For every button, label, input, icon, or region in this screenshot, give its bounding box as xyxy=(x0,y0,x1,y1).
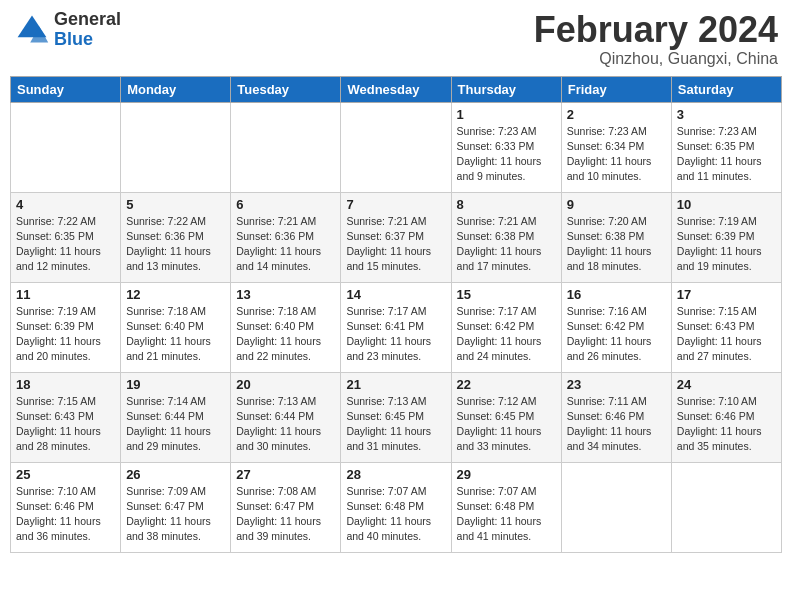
day-info: Sunrise: 7:13 AM Sunset: 6:44 PM Dayligh… xyxy=(236,394,335,455)
calendar-cell: 10Sunrise: 7:19 AM Sunset: 6:39 PM Dayli… xyxy=(671,192,781,282)
logo-general-text: General xyxy=(54,10,121,30)
day-number: 19 xyxy=(126,377,225,392)
day-info: Sunrise: 7:17 AM Sunset: 6:41 PM Dayligh… xyxy=(346,304,445,365)
day-number: 2 xyxy=(567,107,666,122)
header-friday: Friday xyxy=(561,76,671,102)
logo-text: General Blue xyxy=(54,10,121,50)
day-info: Sunrise: 7:07 AM Sunset: 6:48 PM Dayligh… xyxy=(457,484,556,545)
calendar-cell xyxy=(231,102,341,192)
calendar-cell: 15Sunrise: 7:17 AM Sunset: 6:42 PM Dayli… xyxy=(451,282,561,372)
calendar-cell: 28Sunrise: 7:07 AM Sunset: 6:48 PM Dayli… xyxy=(341,462,451,552)
day-number: 4 xyxy=(16,197,115,212)
calendar-cell: 6Sunrise: 7:21 AM Sunset: 6:36 PM Daylig… xyxy=(231,192,341,282)
header-sunday: Sunday xyxy=(11,76,121,102)
location-subtitle: Qinzhou, Guangxi, China xyxy=(534,50,778,68)
day-info: Sunrise: 7:17 AM Sunset: 6:42 PM Dayligh… xyxy=(457,304,556,365)
day-info: Sunrise: 7:19 AM Sunset: 6:39 PM Dayligh… xyxy=(677,214,776,275)
day-number: 18 xyxy=(16,377,115,392)
day-info: Sunrise: 7:16 AM Sunset: 6:42 PM Dayligh… xyxy=(567,304,666,365)
calendar-cell: 21Sunrise: 7:13 AM Sunset: 6:45 PM Dayli… xyxy=(341,372,451,462)
day-number: 9 xyxy=(567,197,666,212)
day-info: Sunrise: 7:21 AM Sunset: 6:36 PM Dayligh… xyxy=(236,214,335,275)
calendar-cell: 20Sunrise: 7:13 AM Sunset: 6:44 PM Dayli… xyxy=(231,372,341,462)
calendar-week-row: 18Sunrise: 7:15 AM Sunset: 6:43 PM Dayli… xyxy=(11,372,782,462)
calendar-cell: 16Sunrise: 7:16 AM Sunset: 6:42 PM Dayli… xyxy=(561,282,671,372)
day-info: Sunrise: 7:21 AM Sunset: 6:37 PM Dayligh… xyxy=(346,214,445,275)
day-number: 1 xyxy=(457,107,556,122)
day-info: Sunrise: 7:15 AM Sunset: 6:43 PM Dayligh… xyxy=(677,304,776,365)
day-info: Sunrise: 7:20 AM Sunset: 6:38 PM Dayligh… xyxy=(567,214,666,275)
day-number: 27 xyxy=(236,467,335,482)
day-number: 25 xyxy=(16,467,115,482)
calendar-cell: 19Sunrise: 7:14 AM Sunset: 6:44 PM Dayli… xyxy=(121,372,231,462)
calendar-cell: 26Sunrise: 7:09 AM Sunset: 6:47 PM Dayli… xyxy=(121,462,231,552)
day-info: Sunrise: 7:22 AM Sunset: 6:35 PM Dayligh… xyxy=(16,214,115,275)
calendar-cell: 13Sunrise: 7:18 AM Sunset: 6:40 PM Dayli… xyxy=(231,282,341,372)
calendar-cell: 23Sunrise: 7:11 AM Sunset: 6:46 PM Dayli… xyxy=(561,372,671,462)
calendar-cell: 1Sunrise: 7:23 AM Sunset: 6:33 PM Daylig… xyxy=(451,102,561,192)
day-info: Sunrise: 7:15 AM Sunset: 6:43 PM Dayligh… xyxy=(16,394,115,455)
calendar-table: SundayMondayTuesdayWednesdayThursdayFrid… xyxy=(10,76,782,553)
calendar-cell: 11Sunrise: 7:19 AM Sunset: 6:39 PM Dayli… xyxy=(11,282,121,372)
calendar-cell: 14Sunrise: 7:17 AM Sunset: 6:41 PM Dayli… xyxy=(341,282,451,372)
day-number: 24 xyxy=(677,377,776,392)
day-number: 6 xyxy=(236,197,335,212)
day-number: 23 xyxy=(567,377,666,392)
day-number: 28 xyxy=(346,467,445,482)
calendar-cell xyxy=(341,102,451,192)
month-year-title: February 2024 xyxy=(534,10,778,50)
calendar-cell xyxy=(561,462,671,552)
day-number: 15 xyxy=(457,287,556,302)
calendar-cell xyxy=(121,102,231,192)
day-info: Sunrise: 7:18 AM Sunset: 6:40 PM Dayligh… xyxy=(236,304,335,365)
day-info: Sunrise: 7:14 AM Sunset: 6:44 PM Dayligh… xyxy=(126,394,225,455)
day-number: 14 xyxy=(346,287,445,302)
day-number: 12 xyxy=(126,287,225,302)
day-info: Sunrise: 7:23 AM Sunset: 6:35 PM Dayligh… xyxy=(677,124,776,185)
logo: General Blue xyxy=(14,10,121,50)
day-number: 20 xyxy=(236,377,335,392)
calendar-cell xyxy=(11,102,121,192)
calendar-week-row: 1Sunrise: 7:23 AM Sunset: 6:33 PM Daylig… xyxy=(11,102,782,192)
calendar-cell: 5Sunrise: 7:22 AM Sunset: 6:36 PM Daylig… xyxy=(121,192,231,282)
header-wednesday: Wednesday xyxy=(341,76,451,102)
day-info: Sunrise: 7:10 AM Sunset: 6:46 PM Dayligh… xyxy=(16,484,115,545)
day-number: 21 xyxy=(346,377,445,392)
calendar-cell: 27Sunrise: 7:08 AM Sunset: 6:47 PM Dayli… xyxy=(231,462,341,552)
page-header: General Blue February 2024 Qinzhou, Guan… xyxy=(10,10,782,68)
day-info: Sunrise: 7:13 AM Sunset: 6:45 PM Dayligh… xyxy=(346,394,445,455)
calendar-cell: 9Sunrise: 7:20 AM Sunset: 6:38 PM Daylig… xyxy=(561,192,671,282)
calendar-cell: 12Sunrise: 7:18 AM Sunset: 6:40 PM Dayli… xyxy=(121,282,231,372)
day-number: 11 xyxy=(16,287,115,302)
day-info: Sunrise: 7:12 AM Sunset: 6:45 PM Dayligh… xyxy=(457,394,556,455)
title-block: February 2024 Qinzhou, Guangxi, China xyxy=(534,10,778,68)
day-number: 17 xyxy=(677,287,776,302)
logo-blue-text: Blue xyxy=(54,30,121,50)
day-info: Sunrise: 7:23 AM Sunset: 6:33 PM Dayligh… xyxy=(457,124,556,185)
calendar-cell: 8Sunrise: 7:21 AM Sunset: 6:38 PM Daylig… xyxy=(451,192,561,282)
calendar-cell: 22Sunrise: 7:12 AM Sunset: 6:45 PM Dayli… xyxy=(451,372,561,462)
header-thursday: Thursday xyxy=(451,76,561,102)
day-number: 7 xyxy=(346,197,445,212)
day-number: 22 xyxy=(457,377,556,392)
day-number: 13 xyxy=(236,287,335,302)
calendar-cell: 18Sunrise: 7:15 AM Sunset: 6:43 PM Dayli… xyxy=(11,372,121,462)
day-info: Sunrise: 7:11 AM Sunset: 6:46 PM Dayligh… xyxy=(567,394,666,455)
calendar-cell xyxy=(671,462,781,552)
day-number: 29 xyxy=(457,467,556,482)
day-info: Sunrise: 7:22 AM Sunset: 6:36 PM Dayligh… xyxy=(126,214,225,275)
calendar-week-row: 4Sunrise: 7:22 AM Sunset: 6:35 PM Daylig… xyxy=(11,192,782,282)
day-number: 10 xyxy=(677,197,776,212)
day-number: 8 xyxy=(457,197,556,212)
header-saturday: Saturday xyxy=(671,76,781,102)
day-info: Sunrise: 7:07 AM Sunset: 6:48 PM Dayligh… xyxy=(346,484,445,545)
calendar-header-row: SundayMondayTuesdayWednesdayThursdayFrid… xyxy=(11,76,782,102)
calendar-cell: 3Sunrise: 7:23 AM Sunset: 6:35 PM Daylig… xyxy=(671,102,781,192)
day-number: 3 xyxy=(677,107,776,122)
day-info: Sunrise: 7:09 AM Sunset: 6:47 PM Dayligh… xyxy=(126,484,225,545)
day-info: Sunrise: 7:10 AM Sunset: 6:46 PM Dayligh… xyxy=(677,394,776,455)
calendar-cell: 2Sunrise: 7:23 AM Sunset: 6:34 PM Daylig… xyxy=(561,102,671,192)
calendar-week-row: 25Sunrise: 7:10 AM Sunset: 6:46 PM Dayli… xyxy=(11,462,782,552)
day-info: Sunrise: 7:23 AM Sunset: 6:34 PM Dayligh… xyxy=(567,124,666,185)
day-number: 16 xyxy=(567,287,666,302)
